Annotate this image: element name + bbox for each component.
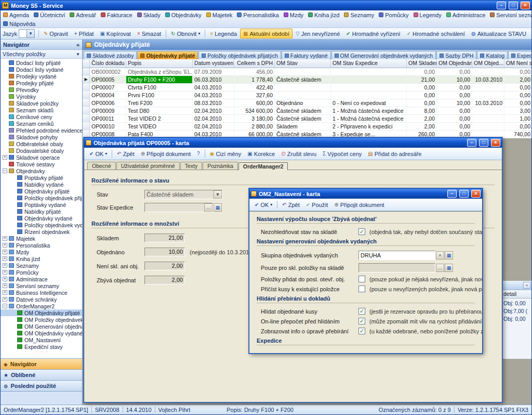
pridat-button[interactable]: +Přidat	[71, 29, 97, 38]
sidebar-item-prehled-podrobne-evidence[interactable]: Přehled podrobné evidence	[1, 127, 82, 134]
tab-sazby-dph[interactable]: Sazby DPH	[436, 51, 476, 59]
checkbox[interactable]	[358, 276, 365, 282]
table-row[interactable]: OP00006Treti F20008.03.2010600,00Objedná…	[83, 99, 531, 107]
dialog-tab-poznamka[interactable]: Poznámka	[203, 162, 238, 170]
sidebar-item-om-polozky-objednavek-pri[interactable]: OM Položky objednávek při	[1, 316, 82, 323]
sidebar-button-navigator[interactable]: ◈Navigátor	[1, 358, 82, 369]
expand-icon[interactable]: +	[3, 243, 7, 248]
dialog-tab-obecne[interactable]: Obecné	[87, 162, 116, 170]
minimize-button[interactable]: –	[467, 139, 476, 147]
hromadne-schvaleni-button[interactable]: ✓Hromadné schválení	[404, 29, 468, 38]
grid-col-header-om-skladem[interactable]: OM Skladem	[407, 59, 437, 68]
language-combo[interactable]: ▼	[19, 29, 35, 38]
menu-item-legendy[interactable]: Legendy	[412, 11, 445, 19]
sidebar-item-polozky-objednavek-vydane[interactable]: Položky objednávek vydané	[1, 222, 82, 228]
expand-icon[interactable]: +	[3, 290, 7, 295]
kopirovat-button[interactable]: ▣Kopírovat	[97, 29, 134, 38]
sidebar-filter-combo[interactable]: Všechny položky ▼	[1, 50, 82, 59]
sidebar-item-om-generovani-objednave[interactable]: OM Generování objednáve	[1, 323, 82, 330]
cizi-meny-button[interactable]: ◉Cizí měny	[207, 149, 245, 159]
checkbox[interactable]: ✓	[358, 328, 365, 334]
expand-icon[interactable]: +	[3, 256, 7, 261]
close-button[interactable]: ×	[491, 139, 500, 147]
grid-col-header-popis[interactable]: Popis	[126, 59, 193, 68]
table-row[interactable]: OP00004Prvni F10004.03.2010327,600,000,0…	[83, 92, 531, 99]
menu-item-fakturace[interactable]: Fakturace	[99, 11, 136, 19]
expand-icon[interactable]: +	[3, 277, 7, 281]
expand-icon[interactable]: +	[3, 236, 7, 241]
jen-nevyrizene-button[interactable]: ▽Jen nevyřízené	[292, 29, 343, 38]
close-button[interactable]: ×	[521, 2, 530, 9]
expand-icon[interactable]: +	[3, 263, 7, 268]
vypocet-ceny-button[interactable]: ΣVýpočet ceny	[320, 149, 365, 159]
pripojit-dokument-button[interactable]: ⊕Připojit dokument	[138, 149, 194, 159]
sidebar-item-seznamy[interactable]: +Seznamy	[1, 262, 82, 269]
table-row[interactable]: ▶OP00005Druhy F100 + F20006.03.20101 778…	[83, 76, 531, 84]
collapse-sidebar-icon[interactable]: «	[76, 42, 79, 48]
sidebar-button-posledni-pouzite[interactable]: ⊙Poslední použité	[1, 380, 82, 391]
tab-objednavky-prijate[interactable]: Objednávky přijaté	[137, 51, 198, 59]
sidebar-item-personalistika[interactable]: +Personalistika	[1, 242, 82, 249]
aktualizace-stavu-button[interactable]: ◍Aktualizace STAVU	[468, 29, 529, 38]
sidebar-item-mzdy[interactable]: +Mzdy	[1, 249, 82, 255]
close-button[interactable]: ×	[471, 190, 481, 198]
sidebar-item-dodaci-listy-prijate[interactable]: Dodací listy přijaté	[1, 59, 82, 66]
list-picker-icon[interactable]: ▦	[214, 203, 222, 212]
table-row[interactable]: OP00007Ctvrta F10004.03.2010422,400,000,…	[83, 84, 531, 92]
sidebar-button-oblibene[interactable]: ★Oblíbené	[1, 369, 82, 380]
minimize-button[interactable]: –	[447, 190, 457, 198]
tab-expedicni-stavy[interactable]: Expediční stavy	[508, 51, 531, 59]
zrusit-slevu-button[interactable]: ∅Zrušit slevu	[278, 149, 320, 159]
sidebar-item-tiskove-sestavy[interactable]: Tiskové sestavy	[1, 161, 82, 167]
tab-om-generovani-objednavek-vydanych[interactable]: OM Generování objednávek vydaných	[331, 51, 436, 59]
pouzit-button[interactable]: ✓Použít	[303, 200, 331, 210]
sidebar-item-dodavatelske-obaly[interactable]: Dodavatelské obaly	[1, 147, 82, 154]
korekce-button[interactable]: ▣Korekce	[244, 149, 278, 159]
sidebar-item-polozky-objednavek-prijaty[interactable]: Položky objednávek přijatý	[1, 194, 82, 201]
sidebar-item-prodejky-vydane[interactable]: Prodejky vydané	[1, 73, 82, 80]
sidebar-item-prevodky[interactable]: Převodky	[1, 86, 82, 93]
grid-col-header-om-neni-sk[interactable]: OM Není sk...	[504, 59, 532, 68]
sidebar-item-business-intelligence[interactable]: +Business Intelligence	[1, 289, 82, 296]
minimize-button[interactable]: –	[497, 2, 506, 9]
table-row[interactable]: OB0000002Objednávka z eShopu 'EL...07.09…	[83, 68, 531, 76]
sidebar-item-pomucky[interactable]: +Pomůcky	[1, 269, 82, 276]
sidebar-item-om-objednavky-prijate[interactable]: OM Objednávky přijaté	[1, 309, 82, 316]
sidebar-item-prodejky-prijate[interactable]: Prodejky přijaté	[1, 80, 82, 86]
ok-button[interactable]: ✔OK▾	[86, 149, 110, 159]
obnovit-button[interactable]: ↻Obnovit▾	[168, 29, 203, 38]
dialog-tab-texty[interactable]: Texty	[180, 162, 203, 170]
menu-item-administrace[interactable]: Administrace	[445, 11, 489, 19]
sidebar-item-odberatelske-obaly[interactable]: Odběratelské obaly	[1, 140, 82, 147]
pridat-do-adresare-button[interactable]: ▤Přidat do adresáře	[365, 149, 424, 159]
expand-icon[interactable]: +	[3, 155, 7, 160]
sidebar-item-nabidky-vydane[interactable]: Nabídky vydané	[1, 181, 82, 188]
tab-katalog[interactable]: Katalog	[477, 51, 508, 59]
sidebar-item-skladove-operace[interactable]: +Skladové operace	[1, 154, 82, 161]
smazat-button[interactable]: ×Smazat	[134, 29, 164, 38]
grid-col-header-celkem-s-dph[interactable]: Celkem s DPH	[234, 59, 275, 68]
sidebar-item-majetek[interactable]: +Majetek	[1, 235, 82, 242]
menu-item-servisni-seznamy[interactable]: Servisní seznamy	[488, 11, 532, 19]
checkbox[interactable]: ✓	[358, 308, 365, 315]
stav-expedice-field[interactable]: …	[144, 203, 213, 212]
menu-item-adresar[interactable]: Adresář	[68, 11, 99, 19]
expand-icon[interactable]: +	[3, 283, 7, 288]
pripojit-dokument-button[interactable]: ⊕Připojit dokument	[331, 200, 387, 210]
hromadne-vyrizeni-button[interactable]: ✔Hromadné vyřízení	[343, 29, 403, 38]
picker-value-field[interactable]	[358, 263, 435, 273]
stav-combo[interactable]: Částečně skladem ▼	[144, 190, 222, 199]
sidebar-item-kniha-jizd[interactable]: +Kniha jízd	[1, 255, 82, 262]
sidebar-item-om-objednavky-vydane[interactable]: OM Objednávky vydané	[1, 330, 82, 336]
maximize-button[interactable]: □	[509, 2, 518, 9]
checkbox[interactable]: ✓	[358, 228, 365, 235]
grid-col-header-om-objednano[interactable]: OM Objednáno	[437, 59, 472, 68]
sidebar-item-nabidky-prijate[interactable]: Nabídky přijaté	[1, 208, 82, 215]
zpet-button[interactable]: ↶Zpět	[114, 149, 137, 159]
sidebar-item-rizeni-objednavek[interactable]: Řízení objednávek	[1, 228, 82, 235]
menu-item-personalistika[interactable]: Personalistika	[235, 11, 282, 19]
dialog-tab-uzivatelske-promenne[interactable]: Uživatelské proměnné	[116, 162, 180, 170]
grid-col-header-datum-vystaveni[interactable]: Datum vystavení	[193, 59, 234, 68]
sidebar-item-cenikove-ceny[interactable]: Ceníkové ceny	[1, 113, 82, 120]
sidebar-item-objednavky-prijate[interactable]: Objednávky přijaté	[1, 188, 82, 194]
